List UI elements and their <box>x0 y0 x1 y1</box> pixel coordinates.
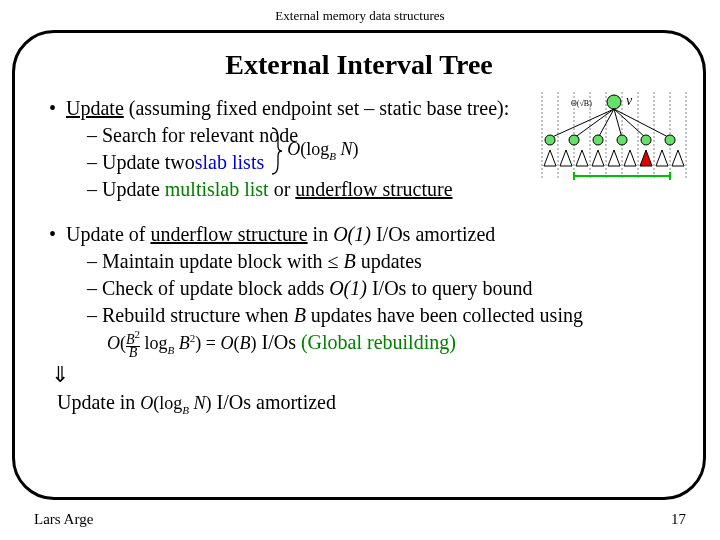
p3-a: Update in <box>57 391 140 413</box>
bullet-2: • Update of underflow structure in O(1) … <box>49 221 675 248</box>
p2-s3b: B <box>294 304 306 326</box>
svg-marker-29 <box>608 150 620 166</box>
p2-a: Update of <box>66 223 150 245</box>
p1-s3d: underflow structure <box>295 178 452 200</box>
slide-title: External Interval Tree <box>43 49 675 81</box>
svg-marker-28 <box>592 150 604 166</box>
p2-s1b: B <box>343 250 355 272</box>
p2-s4b: I/Os <box>256 331 300 353</box>
p2-s2b: O(1) <box>329 277 367 299</box>
svg-point-10 <box>607 95 621 109</box>
down-arrow-icon: ⇓ <box>51 360 675 390</box>
formula-logbn: O(logB N) <box>287 137 358 163</box>
footer-page: 17 <box>671 511 686 528</box>
svg-marker-27 <box>576 150 588 166</box>
formula-ob: O(B2B logB B2) = O(B) <box>107 333 256 353</box>
p2-s1a: – Maintain update block with ≤ <box>87 250 343 272</box>
svg-point-20 <box>569 135 579 145</box>
p1-s3b: multislab list <box>165 178 269 200</box>
svg-point-24 <box>665 135 675 145</box>
p2-s4c: (Global rebuilding) <box>301 331 456 353</box>
svg-marker-25 <box>544 150 556 166</box>
svg-point-23 <box>641 135 651 145</box>
svg-line-13 <box>550 109 614 138</box>
svg-point-22 <box>617 135 627 145</box>
p2-s3a: – Rebuild structure when <box>87 304 294 326</box>
p2-sub2: – Check of update block adds O(1) I/Os t… <box>87 275 675 302</box>
svg-marker-33 <box>672 150 684 166</box>
p2-s2a: – Check of update block adds <box>87 277 329 299</box>
formula-final: O(logB N) <box>140 393 211 413</box>
conclusion: Update in O(logB N) I/Os amortized <box>57 389 675 417</box>
svg-marker-31 <box>640 150 652 166</box>
tree-diagram: v Θ(√B) <box>534 92 688 188</box>
svg-line-14 <box>574 109 614 138</box>
svg-marker-30 <box>624 150 636 166</box>
p1-lead: Update <box>66 97 124 119</box>
p1-tail: (assuming fixed endpoint set – static ba… <box>124 97 509 119</box>
p3-c: I/Os amortized <box>212 391 336 413</box>
p2-sub1: – Maintain update block with ≤ B updates <box>87 248 675 275</box>
svg-point-19 <box>545 135 555 145</box>
svg-text:Θ(√B): Θ(√B) <box>571 99 592 108</box>
p2-sub3: – Rebuild structure when B updates have … <box>87 302 675 329</box>
svg-marker-32 <box>656 150 668 166</box>
p2-d: O(1) <box>333 223 371 245</box>
p2-e: I/Os amortized <box>371 223 495 245</box>
header-text: External memory data structures <box>0 0 720 24</box>
brace-group: O(logB N) <box>270 150 358 176</box>
bullet-dot: • <box>49 95 56 122</box>
svg-marker-26 <box>560 150 572 166</box>
p1-s2b: slab lists <box>195 149 264 176</box>
p1-s3c: or <box>269 178 296 200</box>
svg-text:v: v <box>626 93 633 108</box>
p2-s2c: I/Os to query bound <box>367 277 533 299</box>
p1-s3a: – Update <box>87 178 165 200</box>
p2-sub4: O(B2B logB B2) = O(B) I/Os (Global rebui… <box>107 329 675 360</box>
p1-s1: – Search for relevant node <box>87 122 298 149</box>
svg-line-16 <box>614 109 622 138</box>
p2-s3c: updates have been collected using <box>306 304 583 326</box>
svg-point-21 <box>593 135 603 145</box>
p2-c: in <box>308 223 334 245</box>
footer-author: Lars Arge <box>34 511 93 528</box>
p2-b: underflow structure <box>150 223 307 245</box>
bullet-dot-2: • <box>49 221 56 248</box>
p1-s2a: – Update two <box>87 149 195 176</box>
p2-s1c: updates <box>356 250 422 272</box>
